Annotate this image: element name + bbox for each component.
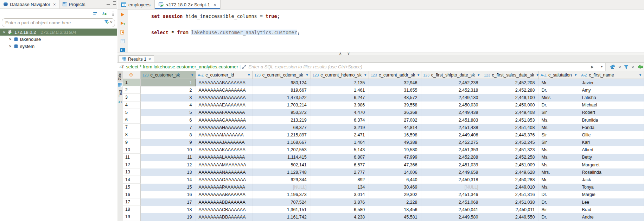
cell-c_customer_sk[interactable]: 13 [141, 168, 196, 176]
tab-projects[interactable]: Projects [59, 0, 89, 8]
cell-c_customer_sk[interactable]: 12 [141, 161, 196, 168]
cell-c_salutation[interactable]: Ms. [539, 184, 579, 191]
filter-input-placeholder[interactable]: Enter a SQL expression to filter results… [248, 64, 589, 69]
cell-c_current_hdemo_sk[interactable]: 3,986 [311, 102, 369, 109]
cell-c_current_cdemo_sk[interactable]: 953,372 [253, 109, 311, 116]
cell-c_first_name[interactable]: Ollie [579, 131, 644, 139]
column-header-c_first_shipto_date_sk[interactable]: 123c_first_shipto_date_sk▼ [421, 71, 482, 79]
cell-c_customer_id[interactable]: AAAAAAAADBAAAAAA [196, 213, 253, 221]
cell-c_first_name[interactable]: Brad [579, 206, 644, 213]
cell-c_first_name[interactable]: Margie [579, 191, 644, 198]
close-icon[interactable]: × [148, 57, 151, 62]
cell-c_current_hdemo_sk[interactable]: 6,807 [311, 154, 369, 161]
cell-c_first_sales_date_sk[interactable]: 2,452,208 [482, 79, 539, 86]
tree-item-lakehouse[interactable]: >lakehouse [0, 36, 117, 43]
cell-c_current_addr_sk[interactable]: 48,572 [369, 94, 421, 101]
cell-c_first_sales_date_sk[interactable]: 2,452,288 [482, 86, 539, 94]
cell-c_customer_sk[interactable]: 3 [141, 94, 196, 101]
open-sql-console-button[interactable] [120, 47, 126, 53]
cell-c_first_name[interactable]: Javier [579, 79, 644, 86]
execute-script-button[interactable] [120, 30, 126, 35]
tree-item-connection[interactable]: > 172.18.0.2 172.18.0.2:31604 [0, 29, 117, 36]
cell-c_first_shipto_date_sk[interactable]: 2,452,288 [421, 154, 482, 161]
filter-history-dropdown[interactable]: ▼ [600, 65, 603, 68]
chevron-up-icon[interactable]: ∧ [339, 51, 342, 55]
cell-c_current_hdemo_sk[interactable]: 6,247 [311, 94, 369, 101]
column-header-c_current_cdemo_sk[interactable]: 123c_current_cdemo_sk▼ [253, 71, 311, 79]
cell-c_customer_id[interactable]: AAAAAAAAABAAAAAA [196, 191, 253, 198]
cell-c_current_hdemo_sk[interactable]: 2,471 [311, 131, 369, 139]
column-filter-arrow-icon[interactable]: ▼ [574, 73, 577, 77]
cell-c_customer_id[interactable]: AAAAAAAAOAAAAAAA [196, 176, 253, 183]
row-number[interactable]: 18 [123, 206, 141, 213]
cell-c_customer_id[interactable]: AAAAAAAAEAAAAAAA [196, 102, 253, 109]
cell-c_first_name[interactable]: Brunilda [579, 116, 644, 124]
column-filter-arrow-icon[interactable]: ▼ [536, 73, 539, 77]
cell-c_current_addr_sk[interactable]: 2,228 [369, 198, 421, 206]
cell-c_current_addr_sk[interactable]: 39,558 [369, 102, 421, 109]
cell-c_salutation[interactable]: Dr. [539, 191, 579, 198]
cell-c_first_shipto_date_sk[interactable]: 2,451,438 [421, 124, 482, 131]
cell-c_first_shipto_date_sk[interactable]: 2,449,130 [421, 94, 482, 101]
row-number[interactable]: 16 [123, 191, 141, 198]
cell-c_current_hdemo_sk[interactable]: 6,577 [311, 161, 369, 168]
cell-c_customer_id[interactable]: AAAAAAAAKAAAAAAA [196, 146, 253, 154]
cell-c_first_sales_date_sk[interactable]: 2,451,316 [482, 191, 539, 198]
link-with-editor-button[interactable] [102, 12, 107, 16]
cell-c_current_cdemo_sk[interactable]: 1,114,415 [253, 154, 311, 161]
cell-c_customer_sk[interactable]: 6 [141, 116, 196, 124]
cell-c_first_shipto_date_sk[interactable]: 2,449,406 [421, 131, 482, 139]
cell-c_customer_id[interactable]: AAAAAAAANAAAAAAA [196, 168, 253, 176]
apply-filter-button[interactable]: ▶ [591, 65, 594, 69]
sql-code[interactable]: set session hide_inaccessible_columns = … [128, 10, 644, 53]
cell-c_current_cdemo_sk[interactable]: 1,473,522 [253, 94, 311, 101]
cell-c_first_shipto_date_sk[interactable]: 2,450,030 [421, 102, 482, 109]
cell-c_salutation[interactable]: Ms. [539, 124, 579, 131]
row-number[interactable]: 5 [123, 109, 141, 116]
minimize-icon[interactable] [107, 2, 110, 5]
cell-c_current_cdemo_sk[interactable]: 1,161,742 [253, 213, 311, 221]
cell-c_first_shipto_date_sk[interactable]: 2,449,658 [421, 168, 482, 176]
cell-c_first_name[interactable]: Rosalinda [579, 168, 644, 176]
tab-database-navigator[interactable]: Database Navigator × [0, 0, 59, 8]
cell-c_first_shipto_date_sk[interactable]: 2,450,041 [421, 206, 482, 213]
cell-c_customer_id[interactable]: AAAAAAAABBAAAAAA [196, 198, 253, 206]
cell-c_salutation[interactable]: Mr. [539, 79, 579, 86]
cell-c_salutation[interactable]: Ms. [539, 161, 579, 168]
column-header-c_customer_id[interactable]: A-Zc_customer_id▼ [196, 71, 253, 79]
cell-c_current_addr_sk[interactable]: 47,999 [369, 154, 421, 161]
tree-item-system[interactable]: >system [0, 43, 117, 50]
cell-c_customer_id[interactable]: AAAAAAAAPAAAAAAA [196, 184, 253, 191]
cell-c_first_sales_date_sk[interactable]: 2,451,853 [482, 116, 539, 124]
cell-c_customer_sk[interactable]: 11 [141, 154, 196, 161]
cell-c_current_hdemo_sk[interactable]: 2,777 [311, 168, 369, 176]
cell-c_first_name[interactable]: Tonya [579, 184, 644, 191]
cell-c_current_cdemo_sk[interactable]: 68,377 [253, 124, 311, 131]
cell-c_current_addr_sk[interactable]: 32,946 [369, 79, 421, 86]
cell-c_current_hdemo_sk[interactable]: 134 [311, 184, 369, 191]
cell-c_first_sales_date_sk[interactable]: 2,452,245 [482, 139, 539, 146]
cell-c_first_sales_date_sk[interactable]: 2,451,038 [482, 198, 539, 206]
cell-c_current_hdemo_sk[interactable]: 4,470 [311, 109, 369, 116]
cell-c_current_addr_sk[interactable]: 31,655 [369, 86, 421, 94]
cell-c_customer_sk[interactable]: 9 [141, 139, 196, 146]
cell-c_first_sales_date_sk[interactable]: 2,451,408 [482, 124, 539, 131]
cell-c_current_cdemo_sk[interactable]: 707,524 [253, 198, 311, 206]
cell-c_customer_sk[interactable]: 7 [141, 124, 196, 131]
chevron-expanded-icon[interactable]: > [2, 30, 6, 34]
cell-c_customer_sk[interactable]: 14 [141, 176, 196, 183]
expand-filter-icon[interactable] [242, 65, 246, 69]
cell-c_current_addr_sk[interactable]: 30,469 [369, 184, 421, 191]
cell-c_current_addr_sk[interactable]: 27,082 [369, 116, 421, 124]
cell-c_first_sales_date_sk[interactable]: 2,451,323 [482, 146, 539, 154]
cell-c_customer_sk[interactable]: 15 [141, 184, 196, 191]
cell-c_first_name[interactable]: Latisha [579, 94, 644, 101]
tab-text-view[interactable]: Text [118, 88, 122, 99]
row-number[interactable]: 13 [123, 168, 141, 176]
column-filter-arrow-icon[interactable]: ▼ [364, 73, 367, 77]
column-filter-arrow-icon[interactable]: ▼ [477, 73, 480, 77]
cell-c_first_name[interactable]: Amy [579, 86, 644, 94]
cell-c_customer_id[interactable]: AAAAAAAACAAAAAAA [196, 86, 253, 94]
cell-c_salutation[interactable]: Mrs. [539, 168, 579, 176]
cell-c_current_cdemo_sk[interactable]: 1,196,373 [253, 191, 311, 198]
